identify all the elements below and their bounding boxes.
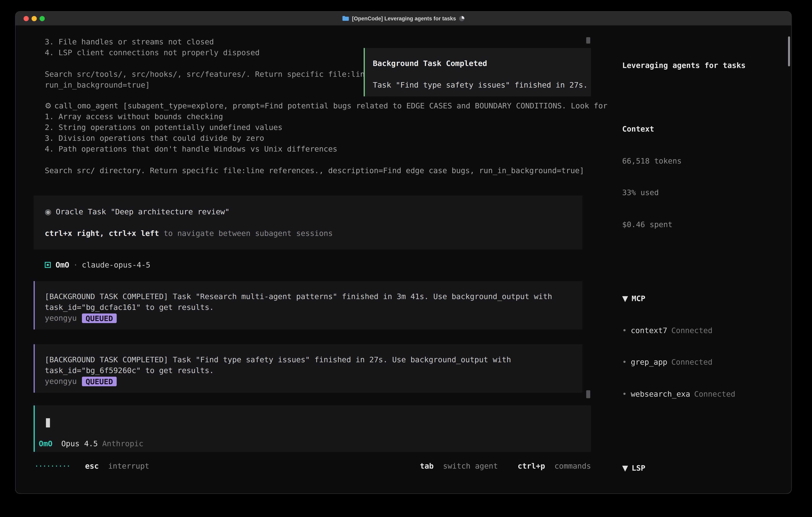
oracle-task-title: Oracle Task "Deep architecture review"	[56, 207, 229, 216]
agent-header: OmO · claude-opus-4-5	[45, 260, 150, 270]
terminal-main: 3. File handles or streams not closed 4.…	[16, 26, 613, 493]
shortcut-hint: ctrl+x right, ctrl+x left to navigate be…	[45, 228, 582, 239]
mcp-item-name: websearch_exa	[631, 389, 690, 398]
oracle-icon: ◉	[45, 207, 51, 216]
mcp-item-status: Connected	[671, 326, 713, 334]
oracle-task-row: ◉Oracle Task "Deep architecture review"	[45, 206, 582, 217]
mcp-item-status: Connected	[694, 389, 735, 398]
tab-key-hint: tab	[420, 461, 434, 470]
mcp-heading: MCP	[632, 294, 645, 303]
chevron-down-icon: ▼	[622, 294, 628, 303]
tab-key-label: switch agent	[443, 461, 498, 470]
tool-call-header: ⚙call_omo_agent [subagent_type=explore, …	[45, 100, 616, 111]
close-button[interactable]	[24, 16, 29, 21]
lsp-heading: LSP	[632, 463, 645, 472]
mcp-item-status: Connected	[671, 357, 713, 366]
titlebar: [OpenCode] Leveraging agents for tasks	[16, 11, 791, 26]
shortcut-description: to navigate between subagent sessions	[159, 229, 333, 238]
bullet-icon: •	[622, 326, 627, 334]
context-heading: Context	[622, 124, 791, 134]
app: [OpenCode] Leveraging agents for tasks 3…	[0, 0, 812, 517]
message-footer: yeongyu QUEUED	[45, 313, 582, 324]
lsp-section-header[interactable]: ▼LSP	[622, 463, 791, 473]
main-scrollbar-thumb-top[interactable]	[586, 37, 590, 44]
esc-key-label: interrupt	[108, 461, 149, 470]
context-spent: $0.46 spent	[622, 219, 791, 229]
esc-key-hint: esc	[85, 461, 99, 470]
window-title: [OpenCode] Leveraging agents for tasks	[352, 13, 456, 24]
input-agent-name: OmO	[39, 438, 53, 449]
sidebar-title: Leveraging agents for tasks	[622, 60, 791, 71]
ctrl-p-key-hint: ctrl+p	[518, 461, 545, 470]
mcp-section-header[interactable]: ▼MCP	[622, 293, 791, 304]
oracle-task-panel: ◉Oracle Task "Deep architecture review" …	[34, 195, 582, 249]
tool-call-body: 1. Array access without bounds checking …	[45, 111, 616, 176]
mcp-item: •context7Connected	[622, 325, 791, 335]
mcp-item-name: context7	[631, 326, 667, 334]
message-user: yeongyu	[45, 313, 77, 324]
message-body: [BACKGROUND TASK COMPLETED] Task "Resear…	[45, 291, 582, 313]
traffic-lights	[24, 11, 45, 26]
background-task-toast: Background Task Completed Task "Find typ…	[364, 48, 591, 97]
bullet-icon: •	[622, 389, 627, 398]
message-footer: yeongyu QUEUED	[45, 376, 582, 387]
agent-name: OmO	[56, 260, 69, 270]
folder-icon	[343, 16, 349, 21]
toast-title: Background Task Completed	[373, 58, 589, 69]
context-tokens: 66,518 tokens	[622, 155, 791, 166]
sidebar-scrollbar-thumb[interactable]	[788, 36, 790, 66]
message-body: [BACKGROUND TASK COMPLETED] Task "Find t…	[45, 354, 582, 376]
spinner-icon: ·········	[34, 461, 70, 470]
text-cursor	[46, 418, 50, 428]
input-model-name: Opus 4.5	[61, 438, 98, 449]
status-bar: ········· esc interrupt tab switch agent…	[34, 461, 591, 471]
agent-separator: ·	[73, 260, 78, 270]
opencode-window: [OpenCode] Leveraging agents for tasks 3…	[15, 11, 792, 494]
context-used: 33% used	[622, 187, 791, 198]
shortcut-keys: ctrl+x right, ctrl+x left	[45, 229, 159, 238]
minimize-button[interactable]	[32, 16, 37, 21]
queued-badge: QUEUED	[82, 313, 116, 323]
status-left: ········· esc interrupt	[34, 461, 149, 471]
busy-indicator-icon	[459, 16, 464, 21]
omo-agent-icon	[45, 262, 51, 268]
model-info-row: OmO Opus 4.5 Anthropic	[39, 438, 143, 449]
mcp-item-name: grep_app	[631, 357, 667, 366]
prompt-input[interactable]: OmO Opus 4.5 Anthropic	[34, 405, 591, 452]
scrollback-text: 3. File handles or streams not closed 4.…	[45, 36, 369, 90]
main-scrollbar-thumb-bottom[interactable]	[586, 390, 590, 398]
zoom-button[interactable]	[39, 16, 45, 21]
sidebar: Leveraging agents for tasks Context 66,5…	[611, 26, 791, 493]
message-user: yeongyu	[45, 376, 77, 387]
mcp-item: •grep_appConnected	[622, 357, 791, 367]
status-right: tab switch agent ctrl+p commands	[420, 461, 591, 471]
ctrl-p-key-label: commands	[554, 461, 591, 470]
queued-badge: QUEUED	[82, 377, 116, 386]
chevron-down-icon: ▼	[622, 463, 628, 472]
bullet-icon: •	[622, 357, 627, 366]
background-task-message: [BACKGROUND TASK COMPLETED] Task "Find t…	[34, 344, 582, 393]
mcp-item: •websearch_exaConnected	[622, 388, 791, 399]
background-task-message: [BACKGROUND TASK COMPLETED] Task "Resear…	[34, 281, 582, 329]
tool-call-block: ⚙call_omo_agent [subagent_type=explore, …	[45, 100, 616, 176]
tool-call-line: call_omo_agent [subagent_type=explore, p…	[54, 101, 607, 110]
agent-model: claude-opus-4-5	[82, 260, 150, 270]
gear-icon: ⚙	[45, 100, 54, 111]
input-model-provider: Anthropic	[102, 438, 143, 449]
toast-body: Task "Find type safety issues" finished …	[373, 80, 589, 90]
